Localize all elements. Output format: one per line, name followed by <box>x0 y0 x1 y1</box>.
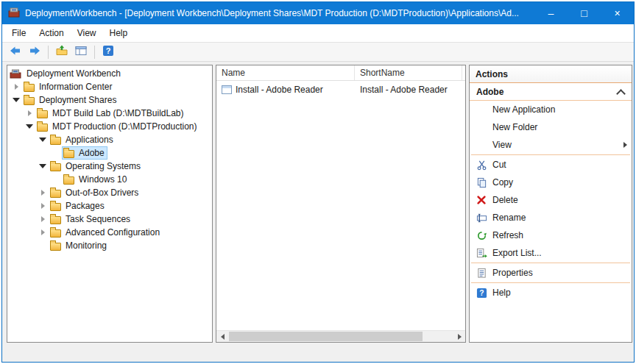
show-console-tree-icon <box>75 45 87 59</box>
action-delete[interactable]: Delete <box>470 191 632 209</box>
refresh-icon <box>476 229 487 241</box>
toolbar-separator <box>48 46 49 59</box>
minimize-button[interactable]: – <box>534 2 568 24</box>
tree-item-applications[interactable]: Applications <box>7 133 212 146</box>
chevron-down-icon[interactable] <box>10 94 22 106</box>
collapse-group-icon[interactable] <box>616 88 625 96</box>
column-header-name[interactable]: Name <box>216 65 355 80</box>
tree-item-label: Advanced Configuration <box>63 227 160 238</box>
action-properties[interactable]: Properties <box>470 264 632 282</box>
cell-name: Install - Adobe Reader <box>236 85 323 95</box>
action-label: Properties <box>492 268 533 278</box>
action-rename[interactable]: Rename <box>470 209 632 226</box>
menu-view[interactable]: View <box>71 25 103 41</box>
submenu-arrow-icon <box>623 142 627 148</box>
action-label: New Application <box>492 104 555 115</box>
tree-item-label: Monitoring <box>63 240 107 251</box>
scroll-right-arrow[interactable] <box>453 331 465 342</box>
actions-separator <box>471 263 630 263</box>
action-help[interactable]: ? Help <box>470 284 632 301</box>
tree-item-deployment-workbench[interactable]: Deployment Workbench <box>7 67 212 80</box>
tree-item-label: Packages <box>63 201 105 211</box>
tree-item-monitoring[interactable]: Monitoring <box>7 239 212 252</box>
menu-action[interactable]: Action <box>32 25 70 41</box>
tree-item-adobe[interactable]: Adobe <box>7 146 212 160</box>
action-new-application[interactable]: New Application <box>470 101 632 118</box>
chevron-right-icon[interactable] <box>37 200 49 212</box>
action-export-list[interactable]: Export List... <box>470 244 632 262</box>
toolbar: ? <box>2 42 634 62</box>
list-row-install-adobe-reader[interactable]: Install - Adobe Reader Install - Adobe R… <box>216 82 465 96</box>
app-icon <box>8 7 20 21</box>
tree-item-advanced-configuration[interactable]: Advanced Configuration <box>7 226 212 239</box>
chevron-down-icon[interactable] <box>24 121 35 132</box>
chevron-right-icon[interactable] <box>37 213 49 225</box>
action-label: View <box>492 140 512 150</box>
action-refresh[interactable]: Refresh <box>470 226 632 244</box>
chevron-right-icon[interactable] <box>37 226 49 238</box>
chevron-right-icon[interactable] <box>24 107 35 119</box>
menu-bar: File Action View Help <box>2 24 634 42</box>
folder-icon <box>50 201 63 211</box>
close-button[interactable]: × <box>601 2 634 24</box>
title-bar: DeploymentWorkbench - [Deployment Workbe… <box>2 2 634 24</box>
action-label: Help <box>492 288 511 298</box>
back-button[interactable] <box>7 44 24 60</box>
help-icon: ? <box>476 287 487 299</box>
chevron-down-icon[interactable] <box>37 160 49 172</box>
tree-item-label: MDT Build Lab (D:\MDTBuildLab) <box>50 108 184 118</box>
workbench-icon <box>10 68 23 79</box>
folder-icon <box>50 162 63 171</box>
icon-spacer <box>476 121 487 133</box>
show-console-tree-button[interactable] <box>72 44 90 60</box>
menu-file[interactable]: File <box>5 25 32 41</box>
chevron-right-icon[interactable] <box>37 187 49 199</box>
tree-item-windows-10[interactable]: Windows 10 <box>7 173 212 186</box>
app-window: DeploymentWorkbench - [Deployment Workbe… <box>1 1 635 363</box>
tree-item-mdt-build-lab[interactable]: MDT Build Lab (D:\MDTBuildLab) <box>7 107 212 120</box>
action-label: Copy <box>492 177 513 188</box>
scroll-left-arrow[interactable] <box>216 331 228 342</box>
window-title: DeploymentWorkbench - [Deployment Workbe… <box>25 8 529 18</box>
chevron-down-icon[interactable] <box>37 134 49 146</box>
folder-icon <box>24 82 37 92</box>
tree-item-deployment-shares[interactable]: Deployment Shares <box>7 93 212 107</box>
content-area: Deployment Workbench Information Center … <box>2 62 634 362</box>
tree-item-label: Operating Systems <box>63 161 141 171</box>
export-list-icon <box>476 247 487 259</box>
folder-icon <box>63 149 77 158</box>
console-tree-pane: Deployment Workbench Information Center … <box>7 65 213 343</box>
folder-icon <box>50 241 63 251</box>
scrollbar-thumb[interactable] <box>229 332 423 341</box>
tree-item-label: Out-of-Box Drivers <box>63 188 138 198</box>
forward-button[interactable] <box>26 44 43 60</box>
tree-item-mdt-production[interactable]: MDT Production (D:\MDTProduction) <box>7 120 212 133</box>
tree-item-task-sequences[interactable]: Task Sequences <box>7 213 212 226</box>
rename-icon <box>476 212 487 224</box>
forward-icon <box>29 45 40 59</box>
folder-icon <box>37 122 50 132</box>
horizontal-scrollbar[interactable] <box>216 330 465 342</box>
action-new-folder[interactable]: New Folder <box>470 118 632 136</box>
tree-item-packages[interactable]: Packages <box>7 199 212 213</box>
action-cut[interactable]: Cut <box>470 156 632 174</box>
up-one-level-button[interactable] <box>53 44 71 60</box>
tree-item-operating-systems[interactable]: Operating Systems <box>7 160 212 173</box>
tree-item-label: Deployment Workbench <box>24 68 121 79</box>
action-view[interactable]: View <box>470 136 632 154</box>
action-label: Cut <box>492 160 506 170</box>
action-copy[interactable]: Copy <box>470 174 632 191</box>
maximize-button[interactable]: □ <box>568 2 601 24</box>
help-icon: ? <box>102 45 114 59</box>
tree-item-label: Applications <box>63 135 113 145</box>
column-header-shortname[interactable]: ShortName <box>355 65 462 80</box>
cell-shortname: Install - Adobe Reader <box>360 85 448 95</box>
menu-help[interactable]: Help <box>103 25 135 41</box>
actions-group-header-adobe[interactable]: Adobe <box>470 83 632 101</box>
action-label: New Folder <box>492 122 537 132</box>
icon-spacer <box>476 139 487 151</box>
tree-item-out-of-box-drivers[interactable]: Out-of-Box Drivers <box>7 186 212 199</box>
chevron-right-icon[interactable] <box>10 81 22 93</box>
toolbar-help-button[interactable]: ? <box>99 44 117 60</box>
tree-item-information-center[interactable]: Information Center <box>7 80 212 93</box>
